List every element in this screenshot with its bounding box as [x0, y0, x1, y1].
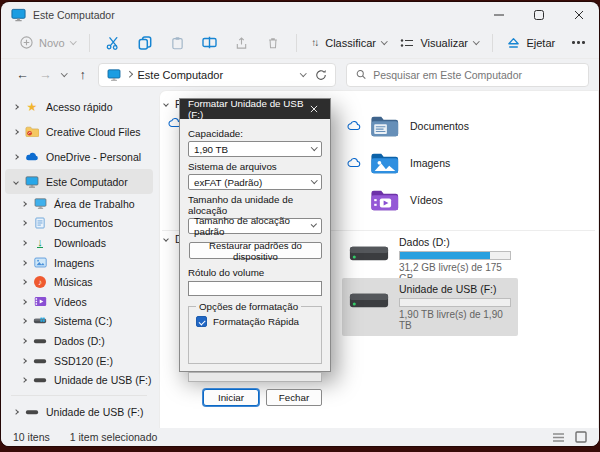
delete-button[interactable]: [264, 35, 282, 51]
chevron-right-icon[interactable]: [21, 260, 27, 266]
pictures-folder-icon: [370, 151, 400, 176]
window-computer-icon: [11, 8, 26, 22]
new-button[interactable]: Novo: [13, 30, 82, 56]
start-button[interactable]: Iniciar: [203, 389, 259, 406]
view-button[interactable]: Visualizar: [393, 30, 485, 56]
sidebar-item-area-de-trabalho[interactable]: Área de Trabalho: [5, 194, 153, 214]
folder-tile-imagens[interactable]: Imagens: [347, 148, 450, 178]
sidebar-separator: [11, 395, 147, 396]
drive-usage-bar: [399, 251, 511, 260]
filesystem-value: exFAT (Padrão): [194, 177, 262, 188]
chevron-right-icon[interactable]: [13, 104, 19, 110]
sidebar-item-musicas[interactable]: ♪Músicas: [5, 272, 153, 292]
sidebar-item-label: Unidade de USB (F:): [46, 406, 143, 418]
address-dropdown-icon[interactable]: [300, 70, 306, 76]
sidebar-item-usb-f[interactable]: Unidade de USB (F:): [5, 370, 153, 390]
recent-locations-button[interactable]: [57, 74, 71, 76]
chevron-right-icon[interactable]: [21, 240, 27, 246]
format-progress-bar: [188, 372, 322, 382]
chevron-right-icon[interactable]: [13, 129, 19, 135]
drive-tile-usb[interactable]: Unidade de USB (F:) 1,90 TB livre(s) de …: [342, 278, 518, 336]
sidebar-item-este-computador[interactable]: Este Computador: [5, 169, 153, 194]
items-count: 10 itens: [13, 431, 50, 443]
sidebar-item-sistema-c[interactable]: Sistema (C:): [5, 312, 153, 332]
sort-arrows-icon: ↑↓: [311, 37, 317, 48]
dialog-close-icon[interactable]: [306, 99, 322, 119]
sidebar-item-creative-cloud[interactable]: Creative Cloud Files: [5, 119, 153, 144]
refresh-icon[interactable]: [315, 69, 327, 81]
sidebar-item-documentos[interactable]: Documentos: [5, 214, 153, 234]
capacity-value: 1,90 TB: [194, 144, 228, 155]
copy-button[interactable]: [136, 35, 154, 51]
document-icon: [35, 217, 45, 229]
search-input[interactable]: [373, 69, 579, 81]
more-options-button[interactable]: [572, 41, 585, 44]
up-button[interactable]: ↑: [71, 68, 94, 82]
chevron-right-icon[interactable]: [21, 338, 27, 344]
sidebar-item-label: Este Computador: [46, 176, 128, 188]
chevron-right-icon[interactable]: [21, 299, 27, 305]
format-dialog: Formatar Unidade de USB (F:) Capacidade:…: [179, 98, 331, 372]
paste-button[interactable]: [168, 35, 186, 51]
chevron-right-icon[interactable]: [21, 201, 27, 207]
share-button[interactable]: [232, 35, 250, 51]
breadcrumb[interactable]: Este Computador: [98, 63, 336, 87]
folder-tile-documentos[interactable]: Documentos: [347, 111, 469, 141]
chevron-right-icon[interactable]: [21, 221, 27, 227]
sidebar-item-onedrive[interactable]: OneDrive - Personal: [5, 144, 153, 169]
large-icons-view-icon[interactable]: [575, 431, 587, 443]
chevron-right-icon[interactable]: [21, 377, 27, 383]
sidebar-item-imagens[interactable]: Imagens: [5, 253, 153, 273]
chevron-right-icon[interactable]: [21, 279, 27, 285]
breadcrumb-location[interactable]: Este Computador: [138, 69, 224, 81]
chevron-right-icon[interactable]: [13, 409, 19, 415]
close-button[interactable]: [559, 2, 599, 27]
chevron-right-icon[interactable]: [21, 358, 27, 364]
capacity-select[interactable]: 1,90 TB: [188, 141, 322, 157]
minimize-button[interactable]: [479, 2, 519, 27]
volume-label: Rótulo do volume: [188, 267, 322, 278]
sidebar-item-label: Músicas: [54, 276, 93, 288]
forward-button[interactable]: →: [34, 68, 57, 82]
close-dialog-button[interactable]: Fechar: [266, 389, 322, 406]
drive-icon: [33, 337, 47, 345]
volume-input[interactable]: [188, 281, 322, 296]
trash-icon: [267, 36, 279, 50]
filesystem-select[interactable]: exFAT (Padrão): [188, 174, 322, 190]
chevron-down-icon: [311, 177, 317, 183]
chevron-right-icon[interactable]: [13, 154, 19, 160]
music-icon: ♪: [34, 276, 46, 288]
search-box[interactable]: [346, 63, 589, 87]
sidebar-item-ssd120-e[interactable]: SSD120 (E:): [5, 351, 153, 371]
copy-icon: [138, 36, 152, 50]
sidebar-item-acesso-rapido[interactable]: ★Acesso rápido: [5, 94, 153, 119]
toolbar-divider: [89, 34, 90, 52]
sidebar-item-label: Dados (D:): [54, 335, 105, 347]
title-bar: Este Computador: [1, 2, 599, 27]
onedrive-cloud-icon: [25, 152, 39, 161]
folder-tile-videos[interactable]: Vídeos: [347, 185, 443, 215]
desktop-icon: [34, 198, 47, 209]
sort-button[interactable]: ↑↓ Classificar: [304, 30, 393, 56]
back-button[interactable]: ←: [11, 68, 34, 82]
quick-format-row[interactable]: Formatação Rápida: [196, 316, 314, 327]
quick-format-checkbox[interactable]: [196, 316, 207, 327]
sidebar-item-label: Sistema (C:): [54, 315, 112, 327]
chevron-down-icon[interactable]: [13, 179, 19, 185]
sidebar-item-usb-f-root[interactable]: Unidade de USB (F:): [5, 401, 153, 423]
chevron-right-icon[interactable]: [21, 319, 27, 325]
allocation-select[interactable]: Tamanho de alocação padrão: [188, 218, 322, 234]
allocation-value: Tamanho de alocação padrão: [194, 215, 312, 237]
eject-button[interactable]: Ejetar: [500, 30, 562, 56]
details-view-icon[interactable]: [552, 432, 565, 443]
maximize-button[interactable]: [519, 2, 559, 27]
sidebar-item-label: Documentos: [54, 217, 113, 229]
restore-defaults-button[interactable]: Restaurar padrões do dispositivo: [189, 242, 322, 259]
rename-button[interactable]: [200, 35, 218, 51]
sidebar-item-dados-d[interactable]: Dados (D:): [5, 331, 153, 351]
sidebar-item-label: OneDrive - Personal: [46, 151, 141, 163]
video-icon: [34, 296, 47, 307]
sidebar-item-videos[interactable]: Vídeos: [5, 292, 153, 312]
cut-button[interactable]: [104, 35, 122, 51]
sidebar-item-downloads[interactable]: ↓Downloads: [5, 233, 153, 253]
